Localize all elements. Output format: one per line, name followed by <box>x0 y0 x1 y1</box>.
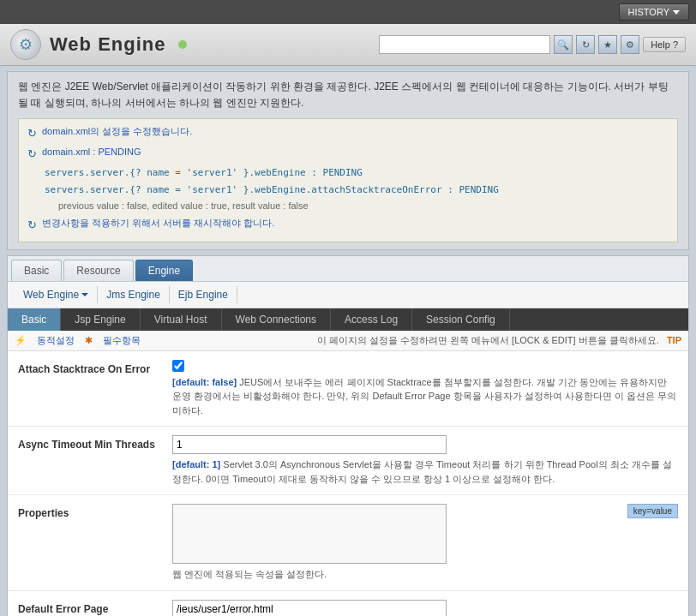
page-header: ⚙ Web Engine 🔍 ↻ ★ ⚙ Help ? <box>0 24 696 66</box>
main-tabs: Basic Resource Engine <box>8 256 688 282</box>
default-attach-stacktrace: [default: false] <box>172 377 237 387</box>
desc-attach-stacktrace-text: JEUS에서 보내주는 에러 페이지에 Stacktrace를 첨부할지를 설정… <box>172 377 676 416</box>
desc-async-timeout: [default: 1] Servlet 3.0의 Asynchronous S… <box>172 458 678 486</box>
sub-tab-web-engine[interactable]: Web Engine <box>15 286 98 303</box>
refresh-small-icon-3: ↻ <box>27 217 37 235</box>
search-icon[interactable]: 🔍 <box>554 35 573 54</box>
top-bar: HISTORY <box>0 0 696 24</box>
history-label: HISTORY <box>628 7 670 17</box>
content-tab-access-log[interactable]: Access Log <box>331 308 412 331</box>
content-tabs: Basic Jsp Engine Virtual Host Web Connec… <box>8 308 688 331</box>
tab-engine[interactable]: Engine <box>135 260 193 281</box>
pending-path-1: servers.server.{? name = 'server1' }.web… <box>45 165 363 181</box>
status-icon-required: ✱ <box>85 335 93 346</box>
dynamic-setting-label: 동적설정 <box>37 334 75 347</box>
content-tab-web-connections[interactable]: Web Connections <box>222 308 332 331</box>
desc-async-timeout-text: Servlet 3.0의 Asynchronous Servlet을 사용할 경… <box>172 459 672 484</box>
async-timeout-input[interactable] <box>172 435 447 454</box>
pending-line-4: servers.server.{? name = 'server1' }.web… <box>27 182 669 198</box>
value-properties: key=value 웹 엔진에 적용되는 속성을 설정한다. <box>172 504 678 582</box>
status-right: 이 페이지의 설정을 수정하려면 왼쪽 메뉴에서 [LOCK & EDIT] 버… <box>317 334 681 347</box>
form-content: Attach Stacktrace On Error [default: fal… <box>8 351 688 616</box>
checkbox-wrapper <box>172 360 678 372</box>
help-icon: ? <box>673 39 678 50</box>
history-arrow-icon <box>673 10 680 15</box>
pending-text-1: domain.xml의 설정을 수정했습니다. <box>42 124 192 140</box>
key-value-label: key=value <box>627 504 678 518</box>
pending-line-6: ↻ 변경사항을 적용하기 위해서 서버를 재시작해야 합니다. <box>27 216 669 235</box>
content-tab-jsp-engine[interactable]: Jsp Engine <box>61 308 140 331</box>
label-properties: Properties <box>18 504 172 519</box>
help-label: Help <box>651 39 670 50</box>
status-left: ⚡ 동적설정 ✱ 필수항목 <box>15 334 141 347</box>
web-engine-arrow-icon <box>81 293 88 296</box>
pending-section: ↻ domain.xml의 설정을 수정했습니다. ↻ domain.xml :… <box>18 118 678 242</box>
sub-tab-jms-engine[interactable]: Jms Engine <box>98 286 170 303</box>
pending-text-6: 변경사항을 적용하기 위해서 서버를 재시작해야 합니다. <box>42 216 274 231</box>
tab-basic[interactable]: Basic <box>11 260 62 281</box>
label-async-timeout: Async Timeout Min Threads <box>18 435 172 451</box>
refresh-small-icon: ↻ <box>27 125 37 143</box>
attach-stacktrace-checkbox[interactable] <box>172 360 184 372</box>
tabs-container: Basic Resource Engine Web Engine Jms Eng… <box>7 255 689 616</box>
search-input[interactable] <box>379 35 550 54</box>
status-dot <box>178 40 187 49</box>
sub-tab-ejb-engine[interactable]: Ejb Engine <box>170 286 237 303</box>
help-button[interactable]: Help ? <box>643 37 686 52</box>
properties-textarea[interactable] <box>172 504 447 564</box>
value-default-error-page: 웹 애플리케이션에 별도의 에러 페이지를 설정하지 않았을 경우에 사용하는 … <box>172 600 678 616</box>
pending-text-2: domain.xml : PENDING <box>42 145 141 160</box>
info-main-text: 웹 엔진은 J2EE Web/Servlet 애플리케이션이 작동하기 위한 환… <box>18 79 678 111</box>
header-right-controls: 🔍 ↻ ★ ⚙ Help ? <box>379 35 686 54</box>
form-row-properties: Properties key=value 웹 엔진에 적용되는 속성을 설정한다… <box>8 495 688 591</box>
form-row-attach-stacktrace: Attach Stacktrace On Error [default: fal… <box>8 351 688 428</box>
default-error-page-input[interactable] <box>172 600 447 616</box>
default-async-timeout: [default: 1] <box>172 459 220 469</box>
content-tab-basic[interactable]: Basic <box>8 308 61 331</box>
sub-tabs: Web Engine Jms Engine Ejb Engine <box>8 282 688 308</box>
value-attach-stacktrace: [default: false] JEUS에서 보내주는 에러 페이지에 Sta… <box>172 360 678 418</box>
desc-attach-stacktrace: [default: false] JEUS에서 보내주는 에러 페이지에 Sta… <box>172 375 678 418</box>
form-row-async-timeout: Async Timeout Min Threads [default: 1] S… <box>8 427 688 495</box>
label-default-error-page: Default Error Page <box>18 600 172 615</box>
pending-prev-value: previous value : false, edited value : t… <box>58 199 309 214</box>
label-attach-stacktrace: Attach Stacktrace On Error <box>18 360 172 375</box>
web-engine-icon: ⚙ <box>10 29 41 60</box>
pending-line-1: ↻ domain.xml의 설정을 수정했습니다. <box>27 124 669 143</box>
instruction-text: 이 페이지의 설정을 수정하려면 왼쪽 메뉴에서 [LOCK & EDIT] 버… <box>317 335 659 345</box>
bookmark-icon[interactable]: ★ <box>598 35 617 54</box>
refresh-icon[interactable]: ↻ <box>576 35 595 54</box>
pending-line-3: servers.server.{? name = 'server1' }.web… <box>27 165 669 181</box>
tab-resource[interactable]: Resource <box>63 260 133 281</box>
value-async-timeout: [default: 1] Servlet 3.0의 Asynchronous S… <box>172 435 678 486</box>
refresh-small-icon-2: ↻ <box>27 146 37 164</box>
required-items-label: 필수항목 <box>103 334 141 347</box>
info-box: 웹 엔진은 J2EE Web/Servlet 애플리케이션이 작동하기 위한 환… <box>7 71 689 250</box>
page-title: Web Engine <box>50 33 166 56</box>
status-icon-dynamic: ⚡ <box>15 335 27 346</box>
web-engine-label: Web Engine <box>23 289 79 301</box>
tip-label: TIP <box>667 335 681 345</box>
pending-path-2: servers.server.{? name = 'server1' }.web… <box>45 182 499 198</box>
pending-line-5: previous value : false, edited value : t… <box>27 199 669 214</box>
settings-icon[interactable]: ⚙ <box>621 35 639 54</box>
content-tab-virtual-host[interactable]: Virtual Host <box>141 308 222 331</box>
history-button[interactable]: HISTORY <box>619 3 690 21</box>
desc-properties: 웹 엔진에 적용되는 속성을 설정한다. <box>172 567 678 582</box>
content-tab-session-config[interactable]: Session Config <box>412 308 510 331</box>
form-row-default-error-page: Default Error Page 웹 애플리케이션에 별도의 에러 페이지를… <box>8 591 688 616</box>
status-bar: ⚡ 동적설정 ✱ 필수항목 이 페이지의 설정을 수정하려면 왼쪽 메뉴에서 [… <box>8 331 688 351</box>
pending-line-2: ↻ domain.xml : PENDING <box>27 145 669 164</box>
